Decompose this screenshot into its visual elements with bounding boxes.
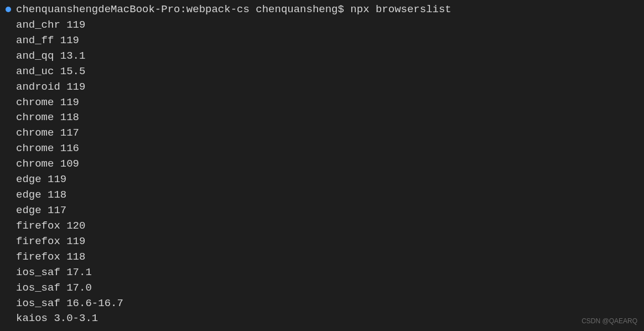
terminal-window[interactable]: chenquanshengdeMacBook-Pro:webpack-cs ch…	[0, 2, 644, 327]
prompt-directory: webpack-cs	[186, 3, 250, 15]
output-line: android 119	[6, 80, 644, 95]
output-line: firefox 119	[6, 234, 644, 250]
command-output: and_chr 119and_ff 119and_qq 13.1and_uc 1…	[6, 18, 644, 327]
prompt-command: npx browserslist	[350, 3, 451, 15]
output-line: chrome 119	[6, 95, 644, 111]
output-line: and_chr 119	[6, 18, 644, 33]
output-line: ios_saf 17.1	[6, 265, 644, 281]
output-line: chrome 116	[6, 141, 644, 157]
output-line: and_ff 119	[6, 33, 644, 49]
output-line: chrome 109	[6, 157, 644, 172]
prompt-line: chenquanshengdeMacBook-Pro:webpack-cs ch…	[6, 2, 644, 18]
prompt-text: chenquanshengdeMacBook-Pro:webpack-cs ch…	[16, 2, 451, 18]
output-line: and_uc 15.5	[6, 64, 644, 80]
output-line: edge 117	[6, 203, 644, 219]
output-line: ios_saf 17.0	[6, 281, 644, 296]
output-line: and_qq 13.1	[6, 49, 644, 64]
output-line: firefox 120	[6, 219, 644, 234]
output-line: edge 119	[6, 172, 644, 188]
status-bullet-icon	[6, 7, 11, 12]
prompt-host: chenquanshengdeMacBook-Pro	[16, 3, 180, 15]
output-line: ios_saf 16.6-16.7	[6, 296, 644, 312]
output-line: kaios 3.0-3.1	[6, 311, 644, 327]
watermark-text: CSDN @QAEARQ	[581, 317, 637, 327]
output-line: chrome 118	[6, 110, 644, 126]
prompt-symbol: $	[338, 3, 344, 15]
output-line: edge 118	[6, 188, 644, 203]
output-line: firefox 118	[6, 250, 644, 265]
prompt-user: chenquansheng	[256, 3, 337, 15]
output-line: chrome 117	[6, 126, 644, 141]
